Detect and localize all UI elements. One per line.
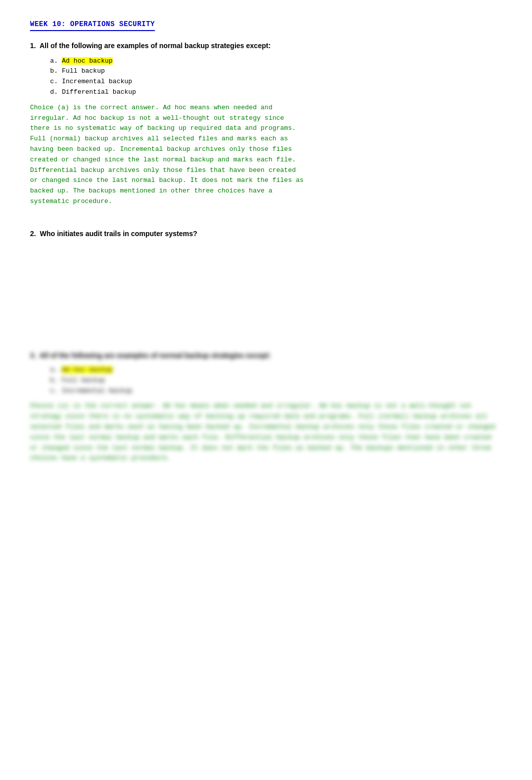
- blurred-section: 3. All of the following are examples of …: [30, 351, 502, 464]
- blurred-question-text: 3. All of the following are examples of …: [30, 351, 502, 361]
- blurred-answer-a: a. Ad hoc backup: [50, 365, 502, 375]
- blurred-answer-c: c. Incremental backup: [50, 386, 502, 397]
- question-1-block: 1. All of the following are examples of …: [30, 41, 502, 207]
- answer-1a: a. Ad hoc backup: [50, 56, 502, 67]
- explanation-1: Choice (a) is the correct answer. Ad hoc…: [30, 103, 502, 207]
- page-title: WEEK 10: OPERATIONS SECURITY: [30, 20, 155, 31]
- question-2-block: 2. Who initiates audit trails in compute…: [30, 229, 502, 239]
- answer-1d: d. Differential backup: [50, 87, 502, 98]
- answer-1c: c. Incremental backup: [50, 77, 502, 87]
- question-2-text: 2. Who initiates audit trails in compute…: [30, 229, 502, 239]
- question-1-text: 1. All of the following are examples of …: [30, 41, 502, 51]
- blurred-explanation: Choice (a) is the correct answer. Ad hoc…: [30, 401, 502, 464]
- question-1-answers: a. Ad hoc backup b. Full backup c. Incre…: [30, 56, 502, 98]
- answer-1b: b. Full backup: [50, 66, 502, 77]
- blurred-answer-b: b. Full backup: [50, 375, 502, 386]
- blurred-answer-list: a. Ad hoc backup b. Full backup c. Incre…: [30, 365, 502, 396]
